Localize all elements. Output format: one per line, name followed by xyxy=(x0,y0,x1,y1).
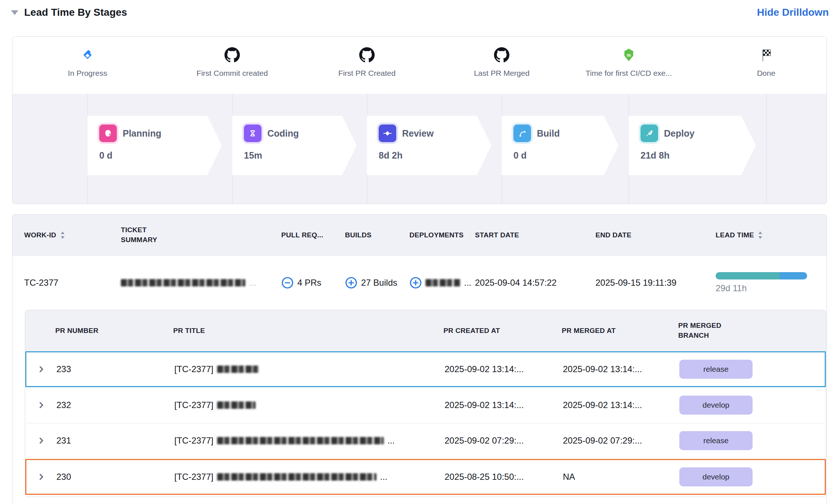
stages-band: Planning 0 d Coding 15m Review 8d 2h xyxy=(12,94,827,204)
pr-title: [TC-2377] ... xyxy=(174,436,445,446)
milestone-label: Time for first CI/CD exe... xyxy=(567,69,691,78)
deployments-toggle[interactable]: ... xyxy=(409,277,475,289)
pull-requests-toggle[interactable]: 4 PRs xyxy=(281,277,345,289)
page-title: Lead Time By Stages xyxy=(24,7,127,18)
col-work-id[interactable]: WORK-ID xyxy=(24,231,121,240)
divider xyxy=(766,94,766,204)
redacted-text xyxy=(121,279,245,286)
work-id-cell: TC-2377 xyxy=(24,278,121,288)
stage-name: Coding xyxy=(267,128,299,139)
github-icon xyxy=(439,45,564,64)
end-date-cell: 2025-09-15 19:11:39 xyxy=(595,278,716,288)
collapse-triangle-icon[interactable] xyxy=(11,10,18,15)
build-icon xyxy=(513,125,531,142)
pr-row-230[interactable]: 230 [TC-2377] ... 2025-08-25 10:50:... N… xyxy=(25,459,826,495)
redacted-text xyxy=(217,366,259,373)
milestone-label: In Progress xyxy=(25,69,150,78)
stage-duration: 15m xyxy=(244,150,357,161)
work-table-header: WORK-ID TICKET SUMMARY PULL REQ... BUILD… xyxy=(12,215,827,256)
plus-circle-icon[interactable] xyxy=(409,277,422,289)
col-pr-merged-at: PR MERGED AT xyxy=(562,327,678,335)
sort-icon[interactable] xyxy=(59,231,66,240)
redacted-text xyxy=(217,473,376,481)
cicd-infinity-icon: ∞ xyxy=(567,45,691,64)
redacted-text xyxy=(217,437,384,444)
pr-table-header: PR NUMBER PR TITLE PR CREATED AT PR MERG… xyxy=(25,310,826,351)
hide-drilldown-link[interactable]: Hide Drilldown xyxy=(757,7,829,18)
stage-name: Deploy xyxy=(664,128,694,139)
col-pull-requests: PULL REQ... xyxy=(281,231,345,239)
stage-coding: Coding 15m xyxy=(232,116,357,175)
stage-duration: 0 d xyxy=(513,150,619,161)
col-pr-title: PR TITLE xyxy=(173,327,443,335)
pr-title-prefix: [TC-2377] xyxy=(174,472,214,482)
stage-name: Review xyxy=(402,128,434,139)
stage-duration: 8d 2h xyxy=(379,150,491,161)
ellipsis: ... xyxy=(387,436,395,446)
work-row-tc-2377: TC-2377 ... 4 PRs 27 Builds ... 2025-09-… xyxy=(12,256,827,310)
milestone-cicd: ∞ Time for first CI/CD exe... xyxy=(567,45,691,78)
expand-chevron-icon[interactable] xyxy=(37,436,56,445)
minus-circle-icon[interactable] xyxy=(281,277,294,289)
sort-icon[interactable] xyxy=(757,231,764,240)
stage-review: Review 8d 2h xyxy=(367,116,491,175)
stage-name: Planning xyxy=(123,128,162,139)
lead-time-stages-panel: In Progress First Commit created First P… xyxy=(12,36,827,204)
expand-chevron-icon[interactable] xyxy=(37,400,56,410)
col-pr-merged-branch: PR MERGED BRANCH xyxy=(678,321,731,340)
pr-count: 4 PRs xyxy=(297,278,321,288)
pr-title-prefix: [TC-2377] xyxy=(174,436,214,446)
col-pr-created-at: PR CREATED AT xyxy=(443,327,562,335)
pr-title-prefix: [TC-2377] xyxy=(174,400,214,410)
plus-circle-icon[interactable] xyxy=(345,277,357,289)
pr-title: [TC-2377] xyxy=(174,364,445,374)
milestone-label: First PR Created xyxy=(305,69,429,78)
pr-number: 231 xyxy=(56,436,174,446)
svg-text:∞: ∞ xyxy=(626,51,631,59)
ticket-summary-cell: ... xyxy=(121,278,281,288)
stage-deploy: Deploy 21d 8h xyxy=(629,116,756,175)
branch-badge: release xyxy=(679,360,753,379)
review-icon xyxy=(379,125,396,142)
pr-row-231[interactable]: 231 [TC-2377] ... 2025-09-02 07:29:... 2… xyxy=(25,423,826,459)
pr-title: [TC-2377] xyxy=(174,400,445,410)
expand-chevron-icon[interactable] xyxy=(37,364,56,374)
pr-merged-at: NA xyxy=(563,472,679,482)
expand-chevron-icon[interactable] xyxy=(37,472,56,482)
pr-number: 230 xyxy=(56,472,174,482)
pr-table: PR NUMBER PR TITLE PR CREATED AT PR MERG… xyxy=(25,310,826,497)
col-start-date: START DATE xyxy=(475,231,595,239)
planning-icon xyxy=(99,125,117,142)
pr-created-at: 2025-09-02 07:29:... xyxy=(445,436,563,446)
pr-merged-at: 2025-09-02 13:14:... xyxy=(563,364,679,374)
stage-duration: 21d 8h xyxy=(641,150,756,161)
deploy-icon xyxy=(641,125,658,142)
pr-row-233[interactable]: 233 [TC-2377] 2025-09-02 13:14:... 2025-… xyxy=(25,351,826,387)
drilldown-table-panel: WORK-ID TICKET SUMMARY PULL REQ... BUILD… xyxy=(12,214,827,504)
coding-icon xyxy=(244,125,261,142)
section-header: Lead Time By Stages xyxy=(11,7,127,18)
branch-badge: develop xyxy=(679,396,753,415)
lead-time-cell: 29d 11h xyxy=(716,272,827,293)
col-lead-time[interactable]: LEAD TIME xyxy=(716,231,827,240)
builds-toggle[interactable]: 27 Builds xyxy=(345,277,409,289)
lead-time-value: 29d 11h xyxy=(716,283,827,293)
ellipsis: ... xyxy=(464,278,471,288)
redacted-text xyxy=(217,401,256,409)
checkered-flag-icon xyxy=(704,45,827,64)
col-builds: BUILDS xyxy=(345,231,409,239)
milestone-in-progress: In Progress xyxy=(25,45,150,78)
stage-name: Build xyxy=(537,128,560,139)
pr-row-232[interactable]: 232 [TC-2377] 2025-09-02 13:14:... 2025-… xyxy=(25,387,826,423)
stage-planning: Planning 0 d xyxy=(88,116,222,175)
milestone-label: First Commit created xyxy=(170,69,294,78)
github-icon xyxy=(170,45,294,64)
milestone-last-pr-merged: Last PR Merged xyxy=(439,45,564,78)
branch-badge: release xyxy=(679,431,753,450)
milestone-done: Done xyxy=(704,45,827,78)
branch-badge: develop xyxy=(679,467,753,486)
ellipsis: ... xyxy=(380,472,387,482)
jira-diamond-icon xyxy=(25,45,150,64)
stage-duration: 0 d xyxy=(99,150,222,161)
milestones-row: In Progress First Commit created First P… xyxy=(12,37,827,94)
